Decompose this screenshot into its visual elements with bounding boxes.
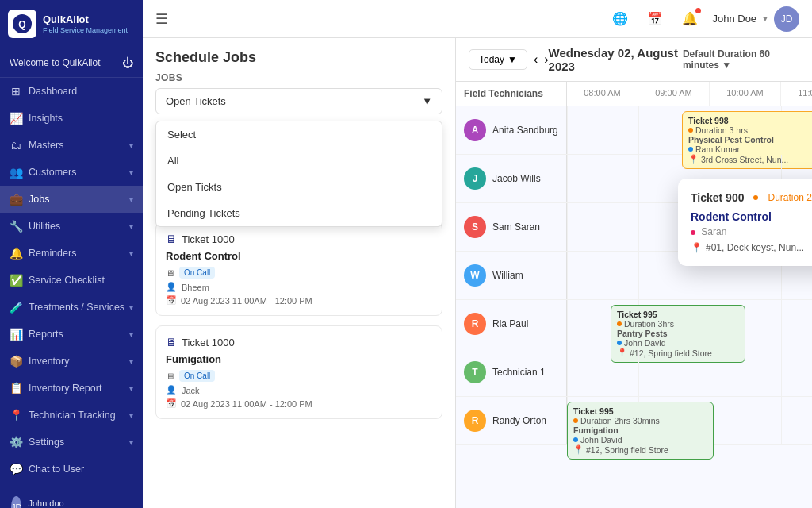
chevron-icon: ▾	[129, 195, 133, 204]
sidebar-item-reminders[interactable]: 🔔 Reminders ▾	[0, 240, 143, 267]
dropdown-option-pending[interactable]: Pending Tickets	[156, 200, 442, 226]
chevron-icon: ▾	[129, 222, 133, 231]
timeline-events-row: Ticket 995 Duration 2hrs 30mins Fumigati…	[567, 397, 812, 444]
nav-icon-reports: 📊	[10, 328, 22, 341]
ticket-card[interactable]: 🖥 Ticket 1000 Rodent Control 🖥On Call 👤B…	[155, 222, 442, 316]
duration-dot	[573, 418, 578, 423]
sidebar-item-insights[interactable]: 📈 Insights	[0, 105, 143, 132]
main-content: ☰ 🌐 📅 🔔 John Doe ▼ JD Schedule Jobs Jobs…	[143, 0, 812, 508]
sidebar-item-customers[interactable]: 👥 Customers ▾	[0, 159, 143, 186]
power-icon[interactable]: ⏻	[122, 56, 133, 69]
sidebar-item-chat[interactable]: 💬 Chat to User	[0, 456, 143, 483]
popup-ticket: Ticket 900	[691, 191, 744, 204]
tech-name: William	[492, 270, 523, 281]
sidebar-item-settings[interactable]: ⚙️ Settings ▾	[0, 429, 143, 456]
nav-item-left: 📈 Insights	[10, 112, 63, 125]
popup-tech: Saran	[691, 226, 812, 237]
popup-duration: Duration 2 hrs	[768, 192, 812, 203]
bell-icon[interactable]: 🔔	[677, 6, 703, 32]
nav-label-chat: Chat to User	[29, 464, 84, 475]
nav-item-left: 💬 Chat to User	[10, 463, 84, 475]
prev-button[interactable]: ‹	[534, 52, 538, 67]
ticket-header: 🖥 Ticket 1000	[166, 336, 432, 348]
tech-cell: A Anita Sandburg	[456, 106, 567, 154]
event-meta: Duration 2hrs 30mins	[573, 416, 707, 425]
nav-icon-masters: 🗂	[10, 139, 22, 152]
tech-avatar: W	[464, 264, 486, 287]
tech-avatar: T	[464, 361, 486, 383]
page-title: Schedule Jobs	[143, 38, 455, 72]
globe-icon[interactable]: 🌐	[607, 6, 633, 32]
tech-cell: T Technician 1	[456, 348, 567, 396]
time-slot-label: 08:00 AM	[567, 82, 638, 106]
nav-icon-settings: ⚙️	[10, 436, 22, 448]
sidebar-item-inventory-report[interactable]: 📋 Inventory Report ▾	[0, 375, 143, 402]
chevron-icon: ▾	[129, 438, 133, 447]
tech-row: R Ria Paul Ticket 995 Duration 3hrs Pant…	[456, 300, 812, 348]
timeline-header: Field Technicians 08:00 AM09:00 AM10:00 …	[456, 82, 812, 106]
nav-label-settings: Settings	[29, 437, 64, 448]
tech-cell: W William	[456, 252, 567, 299]
tech-avatar: R	[464, 410, 486, 432]
event-block[interactable]: Ticket 995 Duration 2hrs 30mins Fumigati…	[567, 402, 714, 460]
tech-row: A Anita Sandburg Ticket 998 Duration 3 h…	[456, 106, 812, 155]
time-slot-label: 09:00 AM	[638, 82, 710, 106]
tech-avatar: A	[464, 119, 486, 141]
nav-item-left: ⚙️ Settings	[10, 436, 64, 448]
dropdown-option-all[interactable]: All	[156, 148, 442, 174]
nav-label-jobs: Jobs	[29, 194, 49, 205]
tickets-dropdown[interactable]: Open Tickets ▼	[155, 88, 442, 114]
page-body: Schedule Jobs Jobs Open Tickets ▼ Select…	[143, 38, 812, 508]
ticket-badge: 🖥On Call	[166, 267, 432, 279]
timeline-events-row: Ticket 900 Duration 2 hrs Rodent Control…	[567, 155, 812, 202]
menu-icon[interactable]: ☰	[155, 10, 168, 28]
sidebar-item-dashboard[interactable]: ⊞ Dashboard	[0, 78, 143, 105]
sidebar-item-reports[interactable]: 📊 Reports ▾	[0, 321, 143, 348]
badge-icon: 🖥	[166, 371, 174, 381]
calendar-icon-sm: 📅	[166, 398, 177, 409]
ticket-service: Rodent Control	[166, 250, 432, 262]
sidebar-item-jobs[interactable]: 💼 Jobs ▾	[0, 186, 143, 213]
sidebar: Q QuikAllot Field Service Management Wel…	[0, 0, 143, 508]
time-slot-label: 10:00 AM	[710, 82, 781, 106]
tech-icon: 👤	[166, 282, 177, 292]
logo-icon: Q	[8, 10, 36, 38]
sidebar-item-treatments[interactable]: 🧪 Treatments / Services ▾	[0, 294, 143, 321]
sidebar-item-masters[interactable]: 🗂 Masters ▾	[0, 132, 143, 159]
today-button[interactable]: Today ▼	[469, 49, 527, 70]
left-panel: Schedule Jobs Jobs Open Tickets ▼ Select…	[143, 38, 456, 508]
chevron-icon: ▾	[129, 384, 133, 393]
ticket-number: Ticket 1000	[182, 233, 235, 245]
tech-avatar: R	[464, 313, 486, 335]
event-service: Physical Pest Control	[688, 135, 812, 144]
nav-icon-technician-tracking: 📍	[10, 409, 22, 421]
tech-cell: R Randy Orton	[456, 397, 567, 444]
tech-name: Randy Orton	[492, 415, 546, 426]
ticket-card[interactable]: 🖥 Ticket 1000 Fumigation 🖥On Call 👤Jack …	[155, 325, 442, 419]
sidebar-item-technician-tracking[interactable]: 📍 Technician Tracking ▾	[0, 402, 143, 429]
tech-avatar: S	[464, 216, 486, 238]
user-info: JD John duo Johnduo.Mathew123@gmail.com	[8, 491, 135, 508]
sidebar-footer: JD John duo Johnduo.Mathew123@gmail.com …	[0, 483, 143, 508]
sidebar-item-inventory[interactable]: 📦 Inventory ▾	[0, 348, 143, 375]
dropdown-option-select[interactable]: Select	[156, 121, 442, 148]
event-service: Pantry Pests	[617, 329, 739, 338]
nav-label-customers: Customers	[29, 167, 76, 178]
tech-row: J Jacob Wills Ticket 900 Duration 2 hrs …	[456, 155, 812, 203]
app-subtitle: Field Service Management	[43, 26, 128, 34]
topbar-right: 🌐 📅 🔔 John Doe ▼ JD	[607, 6, 799, 32]
time-slots-header: 08:00 AM09:00 AM10:00 AM11:00 AM12:00 PM…	[567, 82, 812, 106]
nav-label-reminders: Reminders	[29, 248, 76, 259]
sidebar-item-service-checklist[interactable]: ✅ Service Checklist	[0, 267, 143, 294]
sidebar-welcome: Welcome to QuikAllot ⏻	[0, 48, 143, 78]
calendar-icon[interactable]: 📅	[642, 6, 668, 32]
dropdown-option-open[interactable]: Open Tickts	[156, 174, 442, 200]
popup-dot	[753, 195, 758, 200]
user-badge[interactable]: John Doe ▼ JD	[712, 6, 799, 32]
sidebar-item-utilities[interactable]: 🔧 Utilities ▾	[0, 213, 143, 240]
tech-name: Anita Sandburg	[492, 125, 558, 136]
nav-label-inventory: Inventory	[29, 356, 69, 367]
timeline-events-row: Ticket 998 Duration 3 hrs Physical Pest …	[567, 106, 812, 154]
topbar-left: ☰	[155, 10, 168, 28]
tech-cell: J Jacob Wills	[456, 155, 567, 202]
